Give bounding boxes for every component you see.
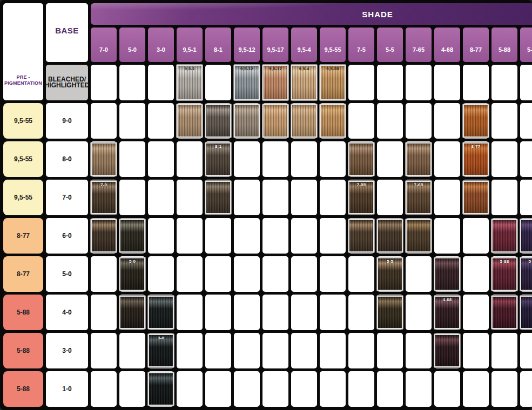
- matrix-cell: [491, 180, 517, 215]
- hair-swatch-label: 5-5: [378, 259, 402, 264]
- hair-swatch: [205, 181, 231, 214]
- hair-swatch: [434, 257, 460, 291]
- matrix-cell: [177, 180, 203, 215]
- hair-swatch: 7-55: [348, 181, 374, 214]
- hair-swatch: [377, 296, 403, 329]
- base-value-label: 7-0: [62, 194, 71, 201]
- shade-column-header-label: 8-1: [214, 46, 223, 53]
- shade-column-header-label: 5-88: [499, 46, 510, 53]
- matrix-cell: [491, 103, 517, 139]
- matrix-cell: [406, 295, 432, 330]
- matrix-cell: [205, 256, 231, 292]
- base-value-bleached-: BLEACHED/HIGHLIGHTED: [46, 65, 88, 100]
- matrix-cell: [205, 371, 231, 407]
- matrix-cell: [377, 103, 403, 139]
- matrix-cell: [434, 141, 460, 177]
- matrix-cell: [234, 295, 260, 330]
- matrix-cell: [520, 180, 532, 215]
- matrix-cell: [262, 180, 288, 215]
- matrix-cell: [262, 141, 288, 177]
- base-value-label-line2: HIGHLIGHTED: [45, 83, 90, 88]
- shade-banner: SHADE: [91, 3, 532, 25]
- matrix-cell: [348, 103, 374, 139]
- matrix-cell: [377, 180, 403, 215]
- hair-swatch-label: 9,5-12: [235, 66, 259, 71]
- hair-swatch: [491, 219, 517, 252]
- matrix-cell: [434, 65, 460, 100]
- matrix-cell: 3-0: [148, 333, 174, 368]
- pre-pigmentation-value: 9,5-55: [3, 180, 43, 215]
- pre-pigmentation-label-line2: PIGMENTATION: [4, 80, 42, 86]
- pre-pigmentation-value: 9,5-55: [3, 141, 43, 177]
- hair-swatch: [119, 296, 145, 329]
- matrix-cell: [491, 333, 517, 368]
- shade-column-header-label: 4-68: [441, 46, 453, 53]
- matrix-cell: 8-77: [463, 141, 489, 177]
- matrix-cell: [406, 65, 432, 100]
- matrix-cell: 5-99: [520, 256, 532, 292]
- shade-column-header-4-68: 4-68: [434, 28, 460, 62]
- shade-column-header-label: 5-5: [386, 46, 394, 53]
- hair-swatch: [262, 104, 288, 138]
- base-value-label: 6-0: [62, 232, 71, 240]
- hair-swatch: [234, 104, 260, 138]
- matrix-cell: [434, 218, 460, 254]
- matrix-cell: [148, 218, 174, 254]
- matrix-cell: [234, 180, 260, 215]
- matrix-cell: [348, 218, 374, 254]
- hair-swatch: [463, 104, 489, 138]
- matrix-cell: 9,5-17: [262, 65, 288, 100]
- matrix-cell: [148, 256, 174, 292]
- matrix-cell: [148, 180, 174, 215]
- shade-column-header-label: 9,5-17: [267, 46, 284, 53]
- matrix-cell: [119, 180, 145, 215]
- hair-swatch: [406, 219, 432, 252]
- matrix-cell: [434, 103, 460, 139]
- matrix-cell: 4-68: [434, 295, 460, 330]
- matrix-cell: [491, 295, 517, 330]
- matrix-cell: [406, 141, 432, 177]
- shade-column-header-8-77: 8-77: [463, 28, 489, 62]
- matrix-cell: [148, 103, 174, 139]
- hair-swatch: [205, 104, 231, 138]
- matrix-cell: [262, 218, 288, 254]
- hair-swatch-label: 7-0: [92, 182, 116, 187]
- shade-column-header-5-88: 5-88: [491, 28, 517, 62]
- pre-pigmentation-value-label: 8-77: [17, 232, 30, 240]
- base-value-label: 3-0: [62, 347, 71, 354]
- shade-column-header-5-99: 5-99: [520, 28, 532, 62]
- base-value-9-0: 9-0: [46, 103, 88, 139]
- matrix-cell: [406, 103, 432, 139]
- matrix-cell: [205, 103, 231, 139]
- matrix-cell: [262, 256, 288, 292]
- matrix-cell: [291, 180, 317, 215]
- matrix-cell: 9,5-55: [320, 65, 346, 100]
- base-value-label: 5-0: [62, 270, 71, 278]
- matrix-cell: [148, 65, 174, 100]
- pre-pigmentation-value-label: 9,5-55: [14, 194, 32, 201]
- hair-swatch-label: 9,5-4: [292, 66, 316, 71]
- hair-swatch: [491, 296, 517, 329]
- base-value-label: 1-0: [62, 385, 71, 393]
- matrix-cell: [377, 295, 403, 330]
- matrix-cell: [463, 371, 489, 407]
- shade-column-header-8-1: 8-1: [205, 28, 231, 62]
- base-value-4-0: 4-0: [46, 295, 88, 330]
- matrix-cell: [348, 295, 374, 330]
- matrix-cell: [348, 256, 374, 292]
- matrix-cell: 9,5-12: [234, 65, 260, 100]
- shade-column-header-7-0: 7-0: [91, 28, 117, 62]
- matrix-cell: [291, 371, 317, 407]
- base-value-3-0: 3-0: [46, 333, 88, 368]
- matrix-cell: [205, 333, 231, 368]
- pre-pigmentation-value-label: 9,5-55: [14, 117, 32, 125]
- base-value-6-0: 6-0: [46, 218, 88, 254]
- shade-column-header-label: 3-0: [157, 46, 165, 53]
- matrix-cell: [520, 295, 532, 330]
- shade-column-header-9,5-17: 9,5-17: [262, 28, 288, 62]
- matrix-cell: [148, 295, 174, 330]
- matrix-cell: [520, 218, 532, 254]
- hair-swatch: [291, 104, 317, 138]
- matrix-cell: [119, 371, 145, 407]
- pre-pigmentation-value-label: 5-88: [17, 385, 30, 393]
